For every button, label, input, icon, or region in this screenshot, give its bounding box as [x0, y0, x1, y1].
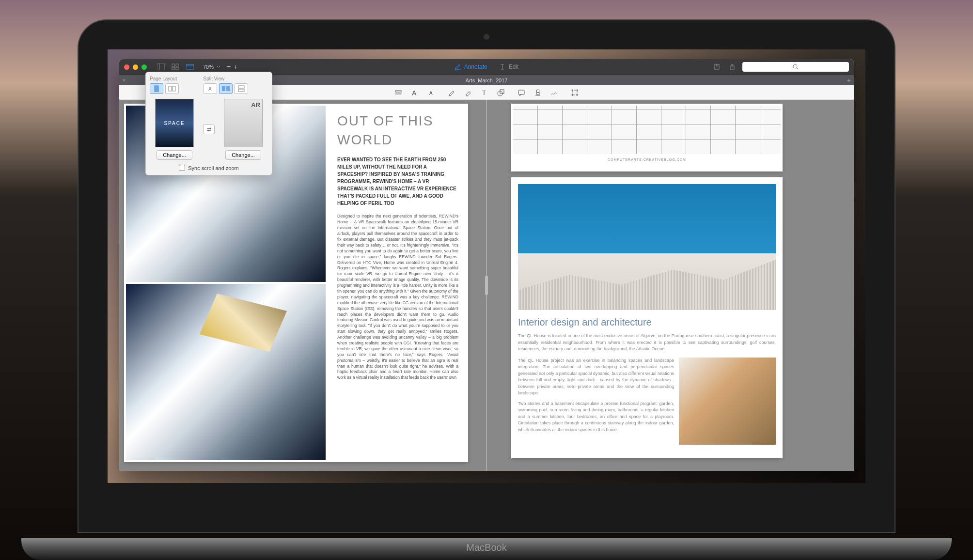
- svg-rect-35: [238, 89, 244, 92]
- svg-rect-3: [176, 64, 178, 66]
- minimize-window-button[interactable]: [133, 64, 138, 70]
- svg-rect-29: [169, 86, 172, 91]
- svg-rect-32: [222, 86, 225, 91]
- signature-tool-icon[interactable]: [550, 88, 559, 97]
- font-small-icon[interactable]: A: [427, 88, 436, 97]
- stairs-image: [679, 358, 776, 445]
- pencil-underline-icon: [455, 63, 461, 70]
- svg-point-25: [577, 89, 578, 91]
- laptop-frame: 70% − + Annotate Edit: [78, 19, 895, 533]
- view-mode-popover: Page Layout Split View A: [145, 72, 272, 175]
- zoom-level[interactable]: 70%: [203, 64, 214, 70]
- eraser-tool-icon[interactable]: [464, 88, 472, 97]
- article-body: Designed to inspire the next generation …: [337, 214, 458, 381]
- svg-rect-4: [172, 67, 174, 70]
- sidebar-toggle-icon[interactable]: [156, 63, 166, 71]
- page-layout-label: Page Layout: [150, 76, 200, 81]
- pen-tool-icon[interactable]: [447, 88, 456, 97]
- select-tool-icon[interactable]: [570, 88, 579, 97]
- shape-tool-icon[interactable]: [497, 88, 505, 97]
- stamp-tool-icon[interactable]: [534, 88, 542, 97]
- annotate-mode-button[interactable]: Annotate: [455, 63, 487, 70]
- svg-rect-21: [536, 93, 539, 94]
- architecture-hero-image: [518, 184, 776, 310]
- svg-rect-6: [186, 64, 194, 69]
- svg-text:A: A: [429, 91, 433, 96]
- note-tool-icon[interactable]: [517, 88, 526, 97]
- architecture-para-2: The QL House project was an exercise in …: [518, 358, 674, 397]
- split-vertical-button[interactable]: [235, 83, 248, 94]
- thumb-right-label: AR: [251, 101, 260, 109]
- document-page-right-main: Interior design and architecture The QL …: [511, 177, 783, 458]
- svg-rect-19: [518, 90, 524, 94]
- zoom-control: 70% − +: [203, 62, 238, 71]
- svg-text:A: A: [208, 86, 212, 92]
- laptop-camera: [484, 34, 489, 40]
- split-none-button[interactable]: A: [204, 83, 217, 94]
- svg-rect-5: [176, 67, 178, 70]
- app-window: 70% − + Annotate Edit: [119, 59, 854, 471]
- svg-point-26: [572, 94, 573, 95]
- earth-satellite-image: [126, 284, 326, 460]
- svg-rect-17: [500, 90, 504, 93]
- font-large-icon[interactable]: A: [410, 88, 419, 97]
- split-horizontal-button[interactable]: [219, 83, 233, 94]
- annotate-label: Annotate: [464, 63, 487, 70]
- chevron-down-icon[interactable]: [217, 65, 220, 68]
- share-icon[interactable]: [727, 63, 738, 71]
- split-pane-right[interactable]: COMPUTERARTS.CREATIVEBLOG.COM Interior d…: [487, 100, 854, 471]
- text-tool-icon[interactable]: T: [480, 88, 489, 97]
- svg-point-20: [536, 90, 539, 93]
- article-intro: EVER WANTED TO SEE THE EARTH FROM 250 MI…: [337, 156, 458, 207]
- blueprint-image: [513, 106, 781, 154]
- laptop-screen: 70% − + Annotate Edit: [108, 49, 865, 483]
- search-input[interactable]: [742, 62, 849, 72]
- edit-mode-button[interactable]: Edit: [499, 63, 519, 70]
- svg-rect-23: [572, 90, 577, 95]
- architecture-para-1: The QL House is located in one of the mo…: [518, 333, 776, 353]
- close-tab-button[interactable]: ×: [119, 77, 129, 84]
- sync-label: Sync scroll and zoom: [188, 165, 239, 171]
- svg-rect-30: [173, 86, 175, 91]
- article-title: OUT OF THIS WORLD: [337, 111, 458, 149]
- architecture-title: Interior design and architecture: [518, 317, 776, 328]
- svg-text:T: T: [482, 89, 486, 96]
- svg-text:A: A: [412, 89, 417, 96]
- layout-single-button[interactable]: [150, 83, 163, 94]
- import-icon[interactable]: [711, 63, 722, 71]
- view-mode-icon[interactable]: [185, 63, 195, 71]
- split-view-label: Split View: [204, 76, 268, 81]
- split-divider-handle[interactable]: [485, 276, 488, 295]
- svg-rect-2: [172, 64, 174, 66]
- fullscreen-window-button[interactable]: [141, 64, 147, 70]
- svg-point-10: [793, 64, 797, 68]
- svg-point-27: [577, 94, 578, 95]
- change-left-button[interactable]: Change...: [157, 150, 192, 160]
- laptop-base: MacBook: [21, 538, 952, 560]
- thumbnails-icon[interactable]: [170, 63, 181, 71]
- svg-rect-0: [157, 63, 165, 70]
- highlight-tool-icon[interactable]: [394, 88, 403, 97]
- svg-point-24: [572, 89, 573, 91]
- sync-checkbox[interactable]: [179, 165, 185, 171]
- svg-rect-13: [395, 93, 401, 94]
- mode-switcher: Annotate Edit: [455, 63, 519, 70]
- svg-rect-34: [238, 86, 244, 88]
- change-right-button[interactable]: Change...: [225, 150, 261, 160]
- layout-double-button[interactable]: [165, 83, 179, 94]
- macbook-brand: MacBook: [466, 542, 506, 553]
- svg-rect-12: [395, 91, 401, 92]
- zoom-in-button[interactable]: +: [234, 63, 237, 71]
- swap-panes-button[interactable]: ⇄: [203, 124, 215, 134]
- close-window-button[interactable]: [124, 64, 129, 70]
- zoom-out-button[interactable]: −: [226, 62, 231, 71]
- thumb-left-label: SPACE: [164, 121, 185, 126]
- traffic-lights: [124, 64, 147, 70]
- add-tab-button[interactable]: +: [844, 76, 854, 84]
- right-pane-thumbnail[interactable]: AR: [224, 99, 263, 147]
- search-icon: [793, 64, 799, 70]
- svg-rect-28: [155, 86, 158, 92]
- svg-rect-33: [226, 86, 230, 91]
- left-pane-thumbnail[interactable]: SPACE: [155, 99, 194, 147]
- architecture-para-3: Two stories and a basement encapsulate a…: [518, 401, 674, 434]
